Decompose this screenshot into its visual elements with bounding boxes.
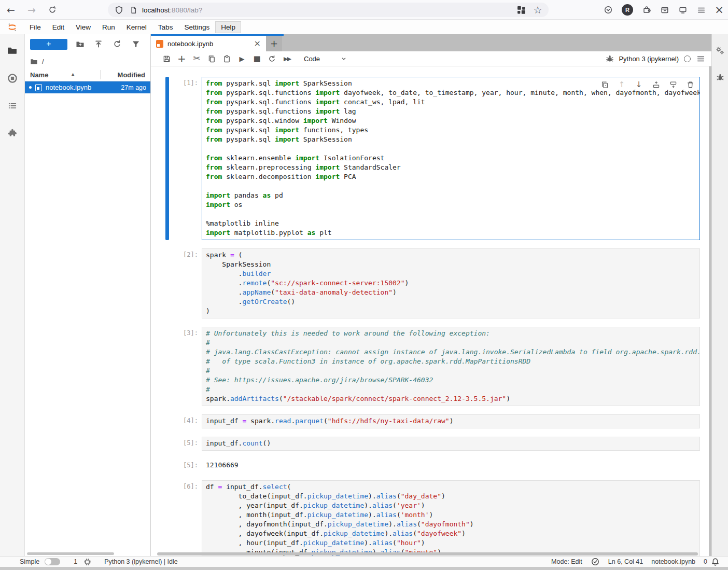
star-icon[interactable]: ☆ — [533, 5, 542, 15]
debugger-bug-icon[interactable] — [605, 54, 614, 63]
menu-item-help[interactable]: Help — [215, 21, 241, 33]
run-icon[interactable]: ▶ — [234, 53, 249, 64]
code-line: from sklearn.ensemble import IsolationFo… — [206, 154, 699, 163]
bug-icon[interactable] — [716, 73, 725, 82]
restart-icon[interactable] — [264, 53, 279, 64]
folder-icon — [30, 58, 38, 65]
cell-down-icon[interactable]: ↓ — [634, 80, 643, 89]
toc-icon[interactable] — [8, 101, 17, 110]
toolbar-menu-icon[interactable] — [696, 54, 705, 63]
gears-icon[interactable] — [716, 46, 725, 55]
cell-collapser[interactable] — [165, 459, 169, 472]
reload-icon[interactable] — [48, 5, 57, 15]
terminal-count[interactable]: 1 — [74, 558, 77, 565]
menu-item-settings[interactable]: Settings — [178, 21, 215, 33]
code-cell: [2]:spark = ( SparkSession .builder .rem… — [165, 248, 711, 318]
grid-icon[interactable] — [516, 5, 526, 15]
close-icon[interactable]: × — [715, 5, 724, 16]
cell-collapser[interactable] — [165, 480, 169, 556]
cell-editor[interactable]: spark = ( SparkSession .builder .remote(… — [202, 248, 700, 318]
back-icon[interactable]: ← — [6, 5, 16, 15]
file-row[interactable]: notebook.ipynb 27m ago — [25, 81, 150, 93]
run-all-icon[interactable]: ▶▶ — [279, 53, 295, 64]
cell-collapser[interactable] — [165, 414, 169, 428]
notebook-file-icon — [35, 84, 42, 91]
cell-type-select[interactable]: Code — [302, 54, 349, 64]
notification-count[interactable]: 0 — [704, 558, 707, 565]
puzzle-icon[interactable] — [8, 128, 17, 137]
paste-icon[interactable] — [219, 53, 234, 64]
downloads-icon[interactable] — [660, 5, 669, 15]
cell-duplicate-icon[interactable] — [600, 80, 609, 89]
left-sidebar-strip — [0, 34, 25, 556]
refresh-icon[interactable] — [113, 39, 122, 49]
filter-icon[interactable] — [131, 39, 141, 49]
horizontal-scrollbar[interactable] — [157, 552, 698, 555]
chip-icon[interactable] — [82, 557, 92, 566]
column-modified[interactable]: Modified — [118, 71, 145, 79]
upload-icon[interactable] — [94, 39, 103, 49]
new-folder-icon[interactable] — [75, 39, 85, 49]
url-bar[interactable]: localhost:8080/lab? ☆ — [108, 3, 549, 17]
cell-editor[interactable]: input_df.count() — [202, 437, 700, 451]
cell-collapser[interactable] — [165, 77, 169, 240]
cell-editor[interactable]: from pyspark.sql import SparkSessionfrom… — [202, 77, 700, 240]
page-icon[interactable] — [129, 5, 138, 15]
kernel-name[interactable]: Python 3 (ipykernel) — [619, 55, 679, 63]
cell-editor[interactable]: # Unfortunately this is needed to work a… — [202, 327, 700, 406]
cell-delete-icon[interactable] — [685, 80, 695, 89]
new-tab-button[interactable]: + — [266, 36, 282, 51]
trust-shield-icon[interactable] — [591, 557, 600, 566]
add-cell-icon[interactable]: + — [174, 53, 189, 64]
save-icon[interactable] — [159, 53, 174, 64]
cursor-position[interactable]: Ln 6, Col 41 — [608, 558, 643, 565]
cell-collapser[interactable] — [165, 327, 169, 406]
kernel-status-icon[interactable] — [684, 55, 691, 62]
menu-item-edit[interactable]: Edit — [47, 21, 70, 33]
menu-item-tabs[interactable]: Tabs — [152, 21, 179, 33]
pocket-icon[interactable] — [604, 5, 613, 15]
simple-mode-toggle[interactable] — [45, 558, 60, 565]
cell-up-icon[interactable]: ↑ — [617, 80, 626, 89]
file-browser-hscrollbar[interactable] — [27, 552, 114, 555]
cell-collapser[interactable] — [165, 437, 169, 451]
code-line: , dayofweek(input_df.pickup_datetime).al… — [206, 529, 699, 538]
extensions-icon[interactable] — [642, 5, 651, 15]
menu-item-run[interactable]: Run — [96, 21, 121, 33]
copy-icon[interactable] — [204, 53, 219, 64]
jupyter-logo-icon — [7, 22, 17, 32]
input-prompt: [2]: — [173, 248, 202, 318]
breadcrumb[interactable]: / — [25, 54, 150, 68]
status-bar: Simple 1 Python 3 (ipykernel) | Idle Mod… — [0, 556, 728, 570]
cut-icon[interactable]: ✂ — [189, 53, 204, 64]
cell-editor[interactable]: input_df = spark.read.parquet("hdfs://hd… — [202, 414, 700, 428]
account-icon[interactable]: R — [622, 4, 633, 16]
forward-icon[interactable]: → — [27, 5, 36, 15]
devices-icon[interactable] — [678, 5, 688, 15]
tab-close-icon[interactable]: × — [254, 39, 261, 48]
menu-item-kernel[interactable]: Kernel — [121, 21, 152, 33]
files-icon[interactable] — [7, 46, 17, 55]
mode-indicator[interactable]: Mode: Edit — [551, 558, 582, 565]
cell-editor[interactable]: df = input_df.select( to_date(input_df.p… — [202, 480, 700, 556]
cell-insert-below-icon[interactable] — [668, 80, 678, 89]
menu-item-file[interactable]: File — [24, 21, 47, 33]
column-name[interactable]: Name — [30, 71, 48, 79]
browser-window: ←→ localhost:8080/lab? ☆ R× FileEditView… — [0, 0, 728, 570]
code-line: from pyspark.sql import functions, types — [206, 126, 699, 135]
code-line: from pyspark.sql.functions import dayofw… — [206, 88, 699, 98]
new-launcher-button[interactable]: + — [30, 39, 67, 50]
file-list-header[interactable]: Name ▲ Modified — [25, 68, 150, 81]
menu-item-view[interactable]: View — [70, 21, 96, 33]
kernel-status-text[interactable]: Python 3 (ipykernel) | Idle — [104, 558, 178, 565]
tab-notebook[interactable]: notebook.ipynb × — [151, 36, 266, 51]
running-icon[interactable] — [7, 73, 18, 84]
stop-icon[interactable]: ■ — [249, 53, 264, 64]
cell-insert-above-icon[interactable] — [651, 80, 661, 89]
vertical-scrollbar[interactable] — [709, 66, 711, 556]
shield-icon[interactable] — [114, 5, 123, 15]
chevron-down-icon — [340, 55, 347, 62]
cell-collapser[interactable] — [165, 248, 169, 318]
menu-icon[interactable] — [696, 5, 706, 15]
bell-icon[interactable] — [710, 557, 720, 566]
